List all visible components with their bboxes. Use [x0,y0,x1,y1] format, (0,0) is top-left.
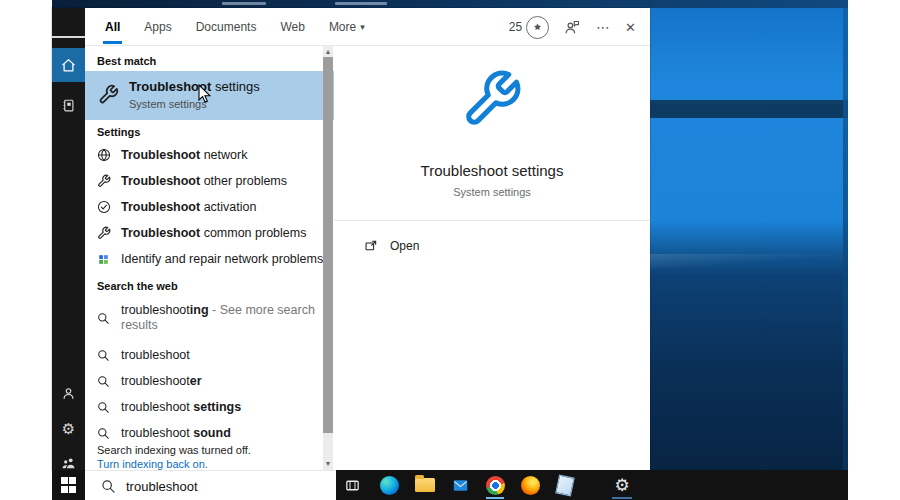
indexing-notice: Search indexing was turned off. [97,444,251,456]
settings-section-header: Settings [97,126,140,138]
rewards-count: 25 [509,20,522,34]
web-suggestion-troubleshoot[interactable]: troubleshoot › [85,342,356,368]
scroll-down-icon[interactable]: ▼ [323,459,333,469]
chevron-down-icon: ▾ [360,22,365,32]
wallpaper-diagonal-light [650,254,848,268]
settings-item-troubleshoot-common-problems[interactable]: Troubleshoot common problems › [85,220,356,246]
web-suggestion-troubleshoot-sound[interactable]: troubleshoot sound › [85,420,356,446]
tab-documents[interactable]: Documents [196,8,257,45]
search-flyout-window: ⚙ All Apps Documents Web More▾ 25 ⋯ [52,8,650,470]
tab-web[interactable]: Web [280,8,304,45]
mouse-cursor [198,84,211,104]
background-browser-strip [52,0,848,8]
best-match-header: Best match [97,55,156,67]
search-icon [97,311,112,326]
open-window-icon [364,239,378,253]
network-repair-icon [97,252,112,267]
best-match-subtitle: System settings [129,98,207,110]
settings-app-button[interactable]: ⚙ [610,473,634,497]
sidebar-item-home[interactable] [52,48,85,82]
firefox-button[interactable] [518,473,542,497]
notepad-button[interactable] [553,473,577,497]
search-icon [101,479,116,494]
results-scrollbar[interactable]: ▲ ▼ [323,46,333,470]
preview-subtitle: System settings [334,186,650,198]
sidebar-item-settings[interactable]: ⚙ [52,411,85,445]
search-icon [97,400,112,415]
tab-all[interactable]: All [105,8,120,45]
web-suggestion-troubleshoot-settings[interactable]: troubleshoot settings › [85,394,356,420]
mail-icon [451,477,470,494]
preview-divider [334,220,650,221]
search-query-text: troubleshoot [126,479,198,494]
sidebar-item-account[interactable] [52,376,85,410]
indexing-link[interactable]: Turn indexing back on. [97,458,208,470]
desktop-wallpaper [650,8,848,470]
person-icon [61,386,76,401]
scrollbar-thumb[interactable] [323,57,333,433]
screenshot-root: ⚙ All Apps Documents Web More▾ 25 ⋯ [0,0,900,500]
settings-item-troubleshoot-network[interactable]: Troubleshoot network › [85,142,356,168]
tab-apps[interactable]: Apps [144,8,171,45]
home-icon [60,57,77,74]
sidebar-item-journal[interactable] [52,88,85,122]
scroll-up-icon[interactable]: ▲ [323,47,333,57]
background-text-smudge [222,2,266,5]
web-section-header: Search the web [97,280,178,292]
rewards-medal-icon [526,16,549,39]
settings-item-troubleshoot-activation[interactable]: Troubleshoot activation › [85,194,356,220]
file-explorer-icon [415,478,435,492]
taskbar: troubleshoot ⚙ [52,470,848,500]
search-sidebar: ⚙ [52,8,85,470]
task-view-icon [344,477,361,494]
rewards-indicator[interactable]: 25 [509,16,549,39]
file-explorer-button[interactable] [413,473,437,497]
mail-button[interactable] [448,473,472,497]
preview-title: Troubleshoot settings [334,162,650,179]
windows-logo-icon [61,477,77,493]
wrench-icon-large [334,68,650,130]
check-circle-icon [97,200,112,215]
firefox-icon [521,476,540,495]
start-button[interactable] [52,470,85,500]
wrench-icon [97,174,112,189]
people-icon [61,455,76,470]
search-icon [97,348,112,363]
chrome-active-indicator [486,497,504,499]
chrome-button[interactable] [483,473,507,497]
search-icon [97,426,112,441]
settings-active-indicator [612,497,632,499]
search-icon [97,374,112,389]
task-view-button[interactable] [340,473,364,497]
wallpaper-dark-band [650,100,848,118]
journal-icon [61,98,76,113]
preview-panel: Troubleshoot settings System settings Op… [334,46,650,470]
open-label: Open [390,239,419,253]
gear-icon: ⚙ [62,421,75,436]
header-right-controls: 25 ⋯ ✕ [509,8,636,46]
notepad-icon [555,474,575,496]
chrome-icon [486,476,505,495]
wallpaper-right-edge [843,8,848,470]
search-filter-tabs: All Apps Documents Web More▾ 25 ⋯ ✕ [85,8,650,46]
web-suggestion-troubleshooting[interactable]: troubleshooting - See more search result… [85,298,356,338]
background-text-smudge [335,2,387,5]
edge-button[interactable] [377,473,401,497]
tab-more[interactable]: More▾ [329,8,365,45]
open-action[interactable]: Open [334,232,650,260]
wrench-icon [98,84,119,105]
wrench-icon [97,226,112,241]
feedback-person-icon[interactable] [564,19,581,36]
close-icon[interactable]: ✕ [625,20,636,35]
taskbar-search-box[interactable]: troubleshoot [85,470,336,500]
settings-item-troubleshoot-other-problems[interactable]: Troubleshoot other problems › [85,168,356,194]
globe-wrench-icon [97,148,112,163]
ellipsis-menu-icon[interactable]: ⋯ [596,19,610,35]
best-match-item[interactable]: Troubleshoot settings System settings [85,71,356,120]
settings-gear-icon: ⚙ [614,477,629,494]
web-suggestion-troubleshooter[interactable]: troubleshooter › [85,368,356,394]
settings-item-identify-repair-network[interactable]: Identify and repair network problems › [85,246,356,272]
edge-icon [380,476,399,495]
